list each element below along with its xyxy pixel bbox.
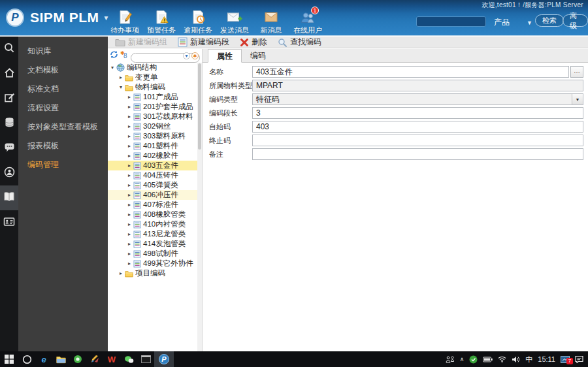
tab-coding[interactable]: 编码 — [242, 49, 274, 62]
rail-sipm-search-icon[interactable] — [0, 37, 18, 61]
advanced-search-button[interactable]: 高级 — [563, 14, 588, 27]
expand-arrow-icon[interactable]: ▸ — [126, 153, 133, 159]
segment-length-input[interactable] — [252, 107, 583, 119]
sidebar-item-document-templates[interactable]: 文档模板 — [18, 61, 108, 80]
end-code-input[interactable] — [252, 135, 583, 146]
expand-arrow-icon[interactable]: ▸ — [126, 133, 133, 139]
search-button[interactable]: 检索 — [535, 14, 564, 27]
tree-node[interactable]: ▸406冲压件 — [108, 190, 197, 200]
online-users-tool[interactable]: 在线用户1 — [289, 9, 326, 35]
tree-node[interactable]: ▸401塑料件 — [108, 141, 197, 151]
tree-node[interactable]: ▾物料编码 — [108, 82, 197, 92]
tree-node[interactable]: ▸402橡胶件 — [108, 151, 197, 161]
sidebar-item-standard-documents[interactable]: 标准文档 — [18, 80, 108, 99]
action-center-icon[interactable] — [575, 355, 583, 363]
expand-arrow-icon[interactable]: ▸ — [126, 182, 133, 188]
notification-app-icon[interactable]: 7 — [561, 356, 570, 363]
terminal-window-icon[interactable] — [137, 351, 154, 367]
material-type-input[interactable] — [252, 80, 583, 91]
tree-node[interactable]: ▸407标准件 — [108, 200, 197, 210]
rail-person-circle-icon[interactable] — [0, 161, 18, 185]
app-logo[interactable]: P SIPM PLM ▼ — [6, 8, 109, 27]
expand-arrow-icon[interactable]: ▸ — [126, 143, 133, 149]
chevron-down-icon[interactable]: ▼ — [572, 94, 583, 104]
cortana-icon[interactable] — [18, 351, 35, 367]
tree-node[interactable]: ▸408橡胶管类 — [108, 210, 197, 219]
tree-node[interactable]: ▸405弹簧类 — [108, 180, 197, 190]
expand-arrow-icon[interactable]: ▸ — [126, 221, 133, 227]
wps-icon[interactable]: W — [103, 351, 120, 367]
tree-node[interactable]: ▸410内衬管类 — [108, 219, 197, 229]
expand-levels-icon[interactable]: ✱8 — [120, 50, 129, 61]
tab-properties[interactable]: 属性 — [208, 49, 242, 63]
tree-scrollbar[interactable] — [197, 63, 202, 351]
name-input[interactable] — [252, 66, 569, 78]
sidebar-item-coding-management[interactable]: 编码管理 — [18, 155, 108, 174]
expand-arrow-icon[interactable]: ▸ — [126, 163, 133, 168]
battery-icon[interactable] — [483, 357, 493, 362]
expand-arrow-icon[interactable]: ▸ — [118, 270, 124, 276]
rail-edit-icon[interactable] — [0, 86, 18, 111]
expand-arrow-icon[interactable]: ▸ — [126, 202, 133, 208]
rail-chat-bubble-icon[interactable] — [0, 136, 18, 161]
file-explorer-icon[interactable] — [52, 351, 69, 367]
refresh-icon[interactable] — [110, 50, 118, 61]
expand-arrow-icon[interactable]: ▸ — [126, 94, 133, 100]
tree-node[interactable]: ▸403五金件 — [108, 161, 197, 170]
remark-input[interactable] — [252, 148, 583, 160]
expand-arrow-icon[interactable]: ▸ — [126, 172, 133, 178]
search-category-dropdown[interactable]: 产品 ▼ — [494, 17, 532, 28]
expand-arrow-icon[interactable]: ▸ — [126, 251, 133, 257]
sipm-plm-taskbar-icon[interactable]: P — [154, 351, 174, 367]
sidebar-item-templates-by-object-type[interactable]: 按对象类型查看模板 — [18, 118, 108, 136]
rail-open-book-icon[interactable] — [0, 185, 18, 210]
send-message-tool[interactable]: 发送消息 — [216, 9, 253, 35]
search-filter-icon[interactable]: ✱ — [191, 52, 199, 59]
tree-node[interactable]: ▸变更单 — [108, 72, 197, 82]
expand-arrow-icon[interactable]: ▸ — [126, 192, 133, 198]
ellipsis-button[interactable]: … — [570, 66, 583, 78]
alert-tasks-tool[interactable]: 预警任务 — [143, 9, 180, 35]
sidebar-item-report-templates[interactable]: 报表模板 — [18, 136, 108, 155]
search-down-icon[interactable]: ▼ — [183, 52, 190, 59]
browser-360-icon[interactable] — [69, 351, 86, 367]
ime-indicator[interactable]: 中 — [525, 355, 532, 364]
expand-arrow-icon[interactable]: ▸ — [126, 231, 133, 237]
expand-arrow-icon[interactable]: ▸ — [126, 104, 133, 110]
tree-node[interactable]: ▸404压铸件 — [108, 170, 197, 180]
volume-icon[interactable] — [512, 356, 520, 363]
tree-node[interactable]: ▸301芯线原材料 — [108, 112, 197, 121]
start-code-input[interactable] — [252, 121, 583, 133]
rail-home-icon[interactable] — [0, 61, 18, 86]
expand-arrow-icon[interactable]: ▸ — [126, 212, 133, 217]
tree-node[interactable]: ▸414发泡管类 — [108, 239, 197, 249]
code-type-dropdown[interactable]: 特征码▼ — [252, 93, 583, 105]
sidebar-item-knowledge-base[interactable]: 知识库 — [18, 42, 108, 61]
tree-node[interactable]: ▸201护套半成品 — [108, 102, 197, 112]
tree-node[interactable]: ▸101产成品 — [108, 92, 197, 102]
people-tray-icon[interactable] — [446, 356, 455, 363]
tree-node[interactable]: ▸498试制件 — [108, 249, 197, 259]
expand-arrow-icon[interactable]: ▸ — [126, 123, 133, 129]
sidebar-item-process-settings[interactable]: 流程设置 — [18, 99, 108, 118]
collapse-arrow-icon[interactable]: ▾ — [109, 65, 116, 71]
tree-node[interactable]: ▸499其它外协件 — [108, 259, 197, 268]
expand-arrow-icon[interactable]: ▸ — [126, 241, 133, 247]
hidden-icons-chevron[interactable]: ∧ — [460, 356, 465, 362]
security-shield-icon[interactable] — [469, 355, 478, 364]
tree-node[interactable]: ▾编码结构 — [108, 63, 197, 72]
expand-arrow-icon[interactable]: ▸ — [126, 261, 133, 266]
overdue-tasks-tool[interactable]: 逾期任务 — [180, 9, 216, 35]
rail-database-icon[interactable] — [0, 111, 18, 136]
clock[interactable]: 15:11 — [538, 355, 555, 363]
edge-browser-icon[interactable]: e — [35, 351, 52, 367]
tree-node[interactable]: ▸303塑料原料 — [108, 131, 197, 141]
start-button[interactable] — [0, 351, 18, 367]
scrollbar-thumb[interactable] — [198, 63, 201, 150]
todo-items-tool[interactable]: 待办事项 — [106, 9, 143, 35]
global-search-input[interactable] — [416, 16, 486, 27]
find-code-button[interactable]: 查找编码 — [272, 37, 327, 48]
expand-arrow-icon[interactable]: ▸ — [126, 114, 133, 120]
tree-node[interactable]: ▸413尼龙管类 — [108, 229, 197, 239]
wifi-icon[interactable] — [498, 356, 506, 362]
